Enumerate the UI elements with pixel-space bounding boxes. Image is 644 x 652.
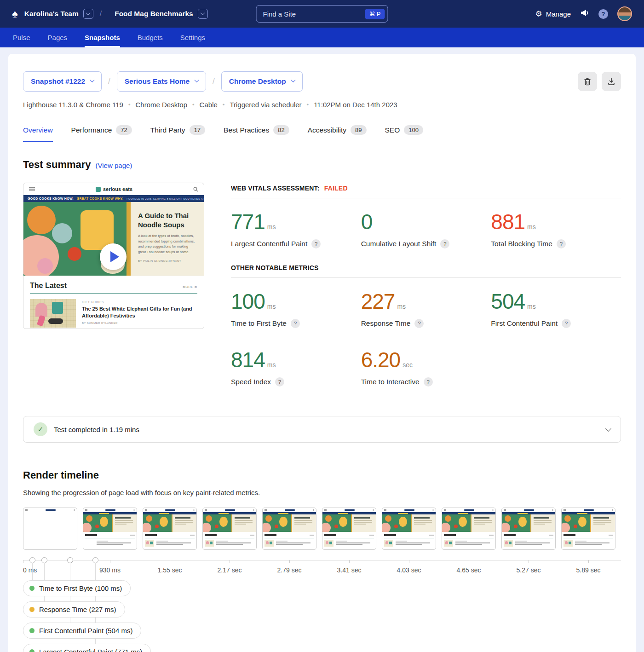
metric-speed-index: 814ms Speed Index ? (231, 347, 361, 387)
snapshot-select[interactable]: Snapshot #1222 (23, 71, 102, 92)
metric-label: Cumulative Layout Shift (361, 240, 437, 248)
snapshot-card: Snapshot #1222 / Serious Eats Home / Chr… (8, 54, 636, 652)
megaphone-icon (580, 9, 589, 17)
tab-label: Best Practices (224, 126, 269, 134)
tab-overview[interactable]: Overview (23, 121, 53, 142)
web-vitals-grid: 771ms Largest Contentful Paint ? 0 Cumul… (231, 209, 621, 248)
axis-tick-label: 4.03 sec (397, 566, 421, 574)
timeline-marker-dot[interactable] (67, 557, 73, 563)
tab-best-practices[interactable]: Best Practices 82 (224, 121, 289, 142)
page-select[interactable]: Serious Eats Home (117, 71, 206, 92)
test-completed-expander[interactable]: ✓ Test completed in 1.19 mins (23, 416, 621, 443)
find-site-search-input[interactable]: Find a Site ⌘ P (256, 5, 388, 23)
announcements-button[interactable] (580, 9, 589, 18)
metric-first-contentful-paint: 504ms First Contentful Paint ? (491, 289, 621, 328)
marker-dot-icon (29, 649, 34, 652)
preview-more-link: MORE ⊕ (183, 285, 197, 289)
frame-header (143, 508, 196, 512)
site-name[interactable]: Food Mag Benchmarks (115, 10, 193, 18)
metric-time-to-first-byte: 100ms Time to First Byte ? (231, 289, 361, 328)
snapshot-select-label: Snapshot #1222 (31, 77, 85, 86)
preview-hero-spine (126, 202, 131, 276)
timeline-marker-pill: Response Time (227 ms) (23, 601, 125, 617)
other-metrics-grid: 100ms Time to First Byte ? 227ms Respons… (231, 289, 621, 387)
tab-accessibility[interactable]: Accessibility 89 (308, 121, 367, 142)
metric-label: Speed Index (231, 378, 271, 386)
help-tooltip-icon[interactable]: ? (414, 319, 424, 328)
meta-item: 11:02PM on Dec 14th 2023 (314, 101, 397, 109)
metric-value: 6.20sec (361, 347, 491, 372)
site-dropdown-button[interactable] (198, 9, 208, 19)
tab-seo[interactable]: SEO 100 (385, 121, 423, 142)
team-dropdown-button[interactable] (83, 9, 93, 19)
metric-total-blocking-time: 881ms Total Blocking Time ? (491, 209, 621, 248)
frame-header (263, 508, 316, 512)
check-icon: ✓ (34, 422, 47, 436)
nav-item-budgets[interactable]: Budgets (138, 28, 163, 47)
axis-tick (289, 560, 290, 563)
test-summary-title: Test summary (23, 159, 91, 171)
profile-select[interactable]: Chrome Desktop (221, 71, 303, 92)
manage-label: Manage (546, 10, 571, 18)
preview-hero-byline: BY PAILIN CHONGCHITNANT (138, 260, 196, 262)
preview-hero-desc: A look at the types of broth, noodles, r… (138, 233, 196, 255)
tab-third-party[interactable]: Third Party 17 (150, 121, 205, 142)
tab-label: Performance (71, 126, 112, 134)
axis-tick-label: 5.27 sec (517, 566, 541, 574)
tab-label: Accessibility (308, 126, 346, 134)
profile-select-label: Chrome Desktop (229, 77, 286, 86)
timeline-marker-dot[interactable] (41, 557, 47, 563)
nav-item-pulse[interactable]: Pulse (13, 28, 30, 47)
nav-item-snapshots[interactable]: Snapshots (85, 28, 120, 47)
test-completed-text: Test completed in 1.19 mins (54, 426, 139, 433)
meta-separator: • (128, 101, 131, 108)
metric-label: Response Time (361, 319, 411, 328)
help-tooltip-icon[interactable]: ? (275, 377, 284, 387)
timeline-marker-pill: Largest Contentful Paint (771 ms) (23, 644, 151, 652)
frame-header (442, 508, 495, 512)
nav-item-label: Pages (48, 34, 68, 41)
metric-value: 0 (361, 209, 491, 234)
timeline-marker-dot[interactable] (29, 557, 35, 563)
chevron-down-icon (86, 11, 91, 15)
download-snapshot-button[interactable] (602, 72, 621, 91)
hamburger-menu-icon (29, 187, 35, 191)
tab-score-badge: 100 (404, 125, 423, 135)
user-avatar[interactable] (617, 6, 632, 21)
render-timeline-description: Showing the progression of page load wit… (23, 489, 621, 496)
help-tooltip-icon[interactable]: ? (291, 319, 300, 328)
tab-score-badge: 82 (273, 125, 289, 135)
chevron-down-icon (90, 78, 95, 82)
axis-tick-label: 2.79 sec (277, 566, 302, 574)
nav-item-label: Settings (180, 34, 205, 41)
manage-button[interactable]: ⚙ Manage (535, 9, 571, 19)
nav-item-settings[interactable]: Settings (180, 28, 205, 47)
preview-hero-title: A Guide to Thai Noodle Soups (138, 211, 196, 229)
help-tooltip-icon[interactable]: ? (311, 239, 321, 248)
axis-tick (588, 560, 589, 563)
metric-value: 881ms (491, 209, 621, 234)
download-icon (607, 77, 615, 86)
test-summary-header: Test summary (View page) (23, 159, 621, 171)
filmstrip-frame (442, 508, 496, 550)
team-name[interactable]: Karolina's Team (24, 10, 79, 18)
help-tooltip-icon[interactable]: ? (557, 239, 566, 248)
help-tooltip-icon[interactable]: ? (440, 239, 449, 248)
preview-article-byline: BY SUMMER RYLANDER (82, 322, 197, 324)
play-video-button[interactable] (100, 243, 126, 270)
tab-score-badge: 89 (351, 125, 366, 135)
serious-eats-logo: serious eats (96, 186, 132, 192)
tab-performance[interactable]: Performance 72 (71, 121, 132, 142)
delete-snapshot-button[interactable] (578, 72, 597, 91)
help-tooltip-icon[interactable]: ? (424, 377, 433, 387)
nav-item-pages[interactable]: Pages (48, 28, 68, 47)
app-logo-spade-icon[interactable]: ♠ (12, 8, 18, 19)
timeline-marker-dot[interactable] (92, 557, 98, 563)
toolbar-separator: / (108, 77, 110, 86)
metric-label: First Contentful Paint (491, 319, 558, 328)
primary-nav: PulsePagesSnapshotsBudgetsSettings (0, 28, 644, 47)
help-button[interactable]: ? (598, 9, 608, 19)
help-tooltip-icon[interactable]: ? (562, 319, 571, 328)
view-page-link[interactable]: (View page) (96, 162, 132, 169)
frame-header (382, 508, 436, 512)
